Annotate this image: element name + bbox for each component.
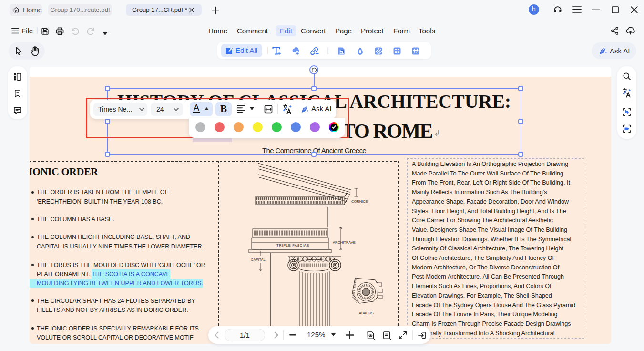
svg-text:TRIPLE FA8CIAE: TRIPLE FA8CIAE: [276, 243, 309, 248]
svg-text:CAPITAL: CAPITAL: [251, 258, 266, 262]
svg-text:ABACUS: ABACUS: [359, 311, 374, 315]
svg-text:ARCHITRAVE: ARCHITRAVE: [333, 240, 356, 245]
svg-text:CORNICE: CORNICE: [351, 199, 368, 204]
